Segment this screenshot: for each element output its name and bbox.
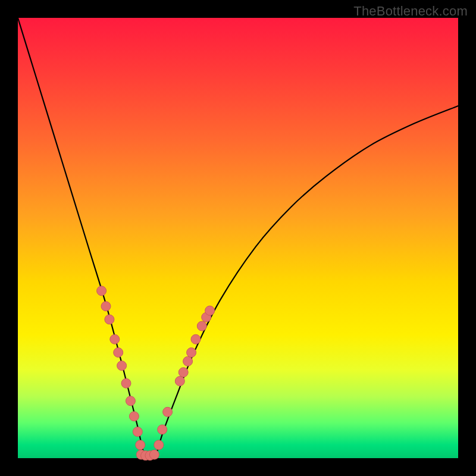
chart-frame: TheBottleneck.com (0, 0, 476, 476)
data-dot (178, 368, 188, 377)
data-dot (136, 440, 145, 450)
data-dot (158, 425, 167, 434)
data-dot (187, 347, 196, 357)
valley-dots (97, 286, 215, 461)
data-dot (105, 315, 114, 324)
data-dot (163, 407, 173, 416)
data-dot (191, 334, 201, 344)
data-dot (175, 377, 184, 386)
data-dot (205, 306, 215, 315)
chart-svg (18, 18, 458, 458)
bottleneck-curve (18, 18, 458, 462)
data-dot (154, 440, 164, 450)
data-dot (126, 396, 135, 406)
data-dot (183, 356, 193, 366)
data-dot (101, 302, 111, 311)
data-dot (133, 427, 142, 437)
data-dot (114, 347, 123, 357)
data-dot (197, 321, 206, 331)
data-dot (97, 286, 107, 296)
watermark-text: TheBottleneck.com (353, 4, 468, 19)
data-dot (110, 334, 120, 344)
data-dot (149, 450, 159, 459)
plot-area (18, 18, 458, 458)
data-dot (121, 378, 131, 388)
data-dot (117, 361, 127, 371)
data-dot (129, 412, 139, 421)
